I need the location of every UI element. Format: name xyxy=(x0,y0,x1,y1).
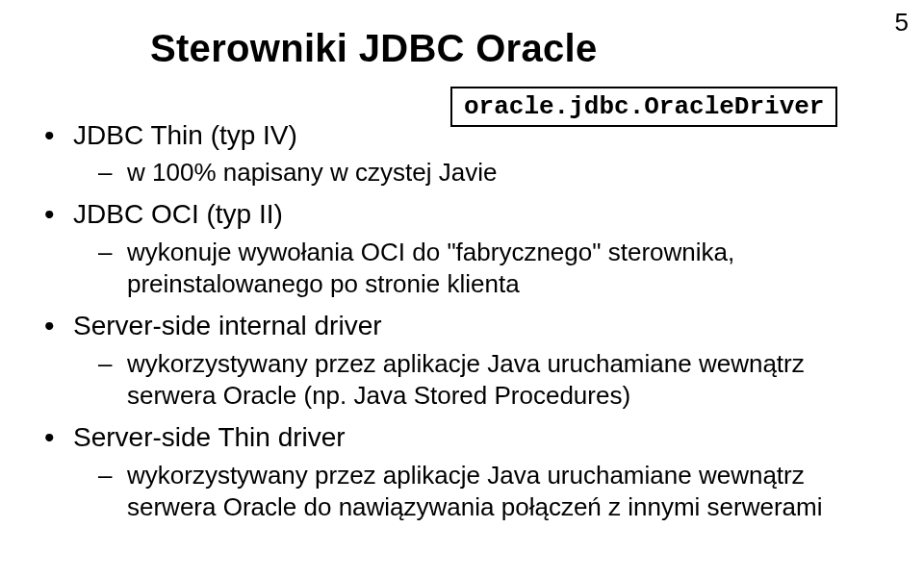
content-body: JDBC Thin (typ IV) w 100% napisany w czy… xyxy=(42,118,882,524)
bullet-heading: JDBC OCI (typ II) xyxy=(73,199,283,229)
sub-list-item: wykonuje wywołania OCI do "fabrycznego" … xyxy=(98,237,882,302)
slide-page: 5 Sterowniki JDBC Oracle oracle.jdbc.Ora… xyxy=(0,0,924,578)
bullet-heading: Server-side Thin driver xyxy=(73,422,346,452)
sub-list-item: wykorzystywany przez aplikacje Java uruc… xyxy=(98,460,882,525)
sub-list-item: wykorzystywany przez aplikacje Java uruc… xyxy=(98,348,882,414)
list-item: Server-side Thin driver wykorzystywany p… xyxy=(42,420,882,524)
sub-list: w 100% napisany w czystej Javie xyxy=(73,157,882,189)
sub-list: wykorzystywany przez aplikacje Java uruc… xyxy=(73,460,882,525)
bullet-list: JDBC Thin (typ IV) w 100% napisany w czy… xyxy=(42,118,882,524)
sub-list-item: w 100% napisany w czystej Javie xyxy=(98,157,882,189)
page-number: 5 xyxy=(895,8,909,38)
bullet-heading: JDBC Thin (typ IV) xyxy=(73,120,297,150)
bullet-heading: Server-side internal driver xyxy=(73,311,382,340)
sub-list: wykorzystywany przez aplikacje Java uruc… xyxy=(73,348,882,414)
list-item: Server-side internal driver wykorzystywa… xyxy=(42,309,882,413)
list-item: JDBC Thin (typ IV) w 100% napisany w czy… xyxy=(42,118,882,189)
list-item: JDBC OCI (typ II) wykonuje wywołania OCI… xyxy=(42,197,882,301)
page-title: Sterowniki JDBC Oracle xyxy=(150,27,882,70)
sub-list: wykonuje wywołania OCI do "fabrycznego" … xyxy=(73,237,882,302)
